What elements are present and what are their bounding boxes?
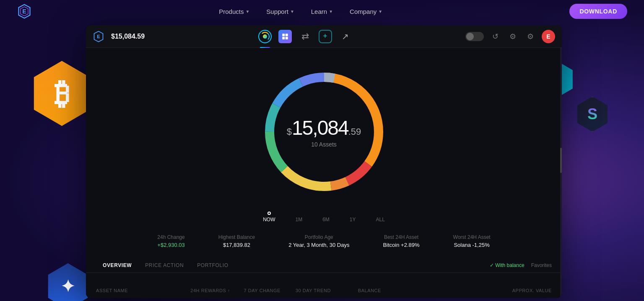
nav-learn[interactable]: Learn ▼ — [304, 5, 340, 18]
th-30day-trend: 30 DAY TREND — [280, 288, 331, 293]
content-tabs: OVERVIEW PRICE ACTION PORTFOLIO ✓ With b… — [86, 258, 562, 273]
chart-trend-icon: ↗ — [342, 31, 349, 42]
app-content: $ 15,084 .59 10 Assets NOW 1M 6M — [86, 48, 562, 298]
toggle-thumb — [466, 33, 474, 40]
stat-24h-change: 24h Change +$2,930.03 — [157, 234, 184, 248]
support-chevron-icon: ▼ — [290, 9, 294, 14]
svg-text:E: E — [22, 8, 26, 15]
stat-worst-24h: Worst 24H Asset Solana -1,25% — [453, 234, 491, 248]
tab-portfolio[interactable]: PORTFOLIO — [190, 260, 235, 271]
stat-best-24h: Best 24H Asset Bitcoin +2.89% — [383, 234, 419, 248]
filter-options: ✓ With balance Favorites — [490, 262, 552, 268]
preferences-icon: ⚙ — [527, 32, 534, 41]
nav-company[interactable]: Company ▼ — [343, 5, 389, 18]
logo-icon: E — [17, 4, 32, 19]
swap-icon: ⇄ — [301, 31, 309, 42]
app-toolbar: E $15,084.59 — [86, 25, 562, 48]
scroll-indicator — [560, 48, 562, 298]
nav-support[interactable]: Support ▼ — [260, 5, 301, 18]
cardano-hex-icon: ✦ — [45, 263, 91, 301]
company-chevron-icon: ▼ — [378, 9, 382, 14]
scroll-thumb[interactable] — [560, 148, 562, 173]
time-now[interactable]: NOW — [253, 210, 285, 224]
th-balance: BALANCE — [331, 288, 381, 293]
time-6m[interactable]: 6M — [312, 210, 340, 224]
tab-wallet[interactable] — [256, 27, 274, 46]
history-button[interactable]: ↺ — [489, 30, 501, 43]
tab-add-asset[interactable]: + — [316, 27, 335, 46]
user-avatar[interactable]: E — [542, 30, 555, 43]
tab-portfolio[interactable] — [276, 27, 294, 46]
donut-chart: $ 15,084 .59 10 Assets — [253, 60, 395, 203]
svg-rect-5 — [282, 34, 285, 36]
app-window: E $15,084.59 — [86, 25, 562, 298]
svg-rect-7 — [282, 37, 285, 39]
toolbar-right: ↺ ⚙ ⚙ E — [465, 30, 555, 43]
logo[interactable]: E — [17, 4, 32, 19]
tab-overview[interactable]: OVERVIEW — [96, 260, 138, 271]
time-1m[interactable]: 1M — [285, 210, 312, 224]
solana-decoration: S — [575, 97, 610, 132]
with-balance-filter[interactable]: ✓ With balance — [490, 262, 525, 268]
favorites-filter[interactable]: Favorites — [531, 262, 552, 268]
toolbar-logo: E — [93, 31, 104, 42]
th-7day-change: 7 DAY CHANGE — [230, 288, 280, 293]
svg-rect-8 — [285, 37, 288, 39]
nav-links: Products ▼ Support ▼ Learn ▼ Company ▼ — [212, 5, 389, 18]
th-24h-rewards: 24H REWARDS ↑ — [180, 288, 230, 293]
portfolio-icon — [278, 30, 292, 43]
solana-hex-icon: S — [575, 97, 610, 132]
preferences-button[interactable]: ⚙ — [524, 30, 537, 43]
donut-center-value: $ 15,084 .59 10 Assets — [287, 116, 361, 148]
tab-chart[interactable]: ↗ — [336, 27, 355, 46]
tab-price-action[interactable]: PRICE ACTION — [138, 260, 190, 271]
time-period-selector: NOW 1M 6M 1Y ALL — [253, 210, 395, 224]
toggle-switch[interactable] — [465, 32, 484, 41]
download-button[interactable]: DOWNLOAD — [569, 4, 627, 19]
th-asset-name: ASSET NAME — [96, 288, 180, 293]
asset-table-header: ASSET NAME 24H REWARDS ↑ 7 DAY CHANGE 30… — [86, 283, 562, 298]
stat-highest-balance: Highest Balance $17,839.82 — [218, 234, 255, 248]
settings-button[interactable]: ⚙ — [506, 30, 519, 43]
time-1y[interactable]: 1Y — [340, 210, 366, 224]
bitcoin-hex-icon: ₿ — [29, 61, 94, 126]
th-approx-value: APPROX. VALUE — [381, 288, 552, 293]
stat-portfolio-age: Portfolio Age 2 Year, 3 Month, 30 Days — [288, 234, 349, 248]
toolbar-tabs: ⇄ + ↗ — [145, 27, 465, 46]
toolbar-balance: $15,084.59 — [111, 33, 145, 40]
tab-swap[interactable]: ⇄ — [296, 27, 314, 46]
add-asset-icon: + — [319, 30, 332, 43]
history-icon: ↺ — [492, 32, 499, 41]
time-dot-icon — [267, 212, 271, 215]
settings-icon: ⚙ — [509, 32, 516, 41]
learn-chevron-icon: ▼ — [329, 9, 333, 14]
time-all[interactable]: ALL — [366, 210, 395, 224]
top-navigation: E Products ▼ Support ▼ Learn ▼ Company ▼… — [0, 0, 644, 23]
toolbar-logo-icon: E — [93, 31, 104, 42]
assets-count-label: 10 Assets — [287, 141, 361, 148]
nav-products[interactable]: Products ▼ — [212, 5, 256, 18]
portfolio-stats: 24h Change +$2,930.03 Highest Balance $1… — [86, 231, 562, 251]
wallet-circle-icon — [258, 30, 272, 43]
svg-rect-6 — [285, 34, 288, 36]
svg-text:E: E — [97, 34, 100, 39]
products-chevron-icon: ▼ — [245, 9, 249, 14]
